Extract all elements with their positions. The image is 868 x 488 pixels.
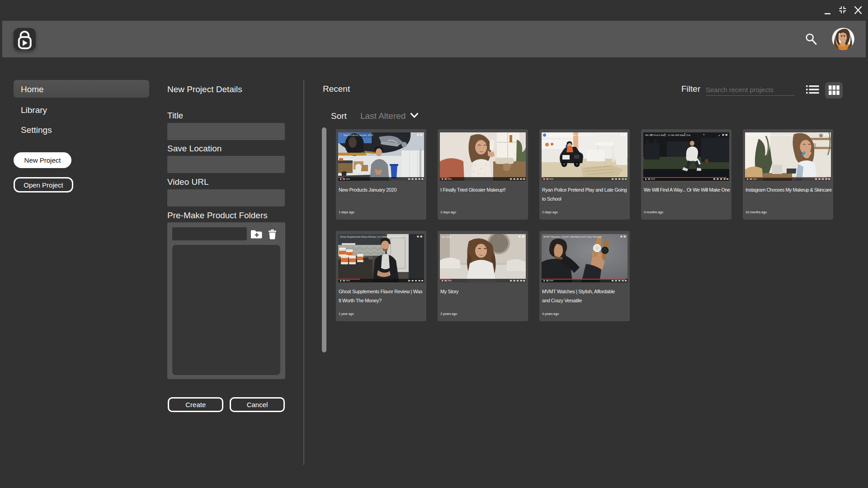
svg-text:My Story: My Story — [442, 235, 451, 238]
svg-text:We Will Find A Way... Or We Wi: We Will Find A Way... Or We Will Make On… — [645, 134, 691, 136]
svg-text:Ryan Pretend Play and Late Goi: Ryan Pretend Play and Late Going to Scho… — [547, 134, 594, 136]
svg-text:Instagram Chooses My Makeup &: Instagram Chooses My Makeup & Skincare — [747, 134, 792, 136]
svg-text:Ghost Supplements Flavor Revie: Ghost Supplements Flavor Review | Is It … — [340, 235, 402, 238]
svg-text:MVMT Watches | Stylish, Afford: MVMT Watches | Stylish, Affordable and C… — [543, 235, 602, 238]
svg-text:New Products January 2020: New Products January 2020 — [344, 134, 373, 136]
